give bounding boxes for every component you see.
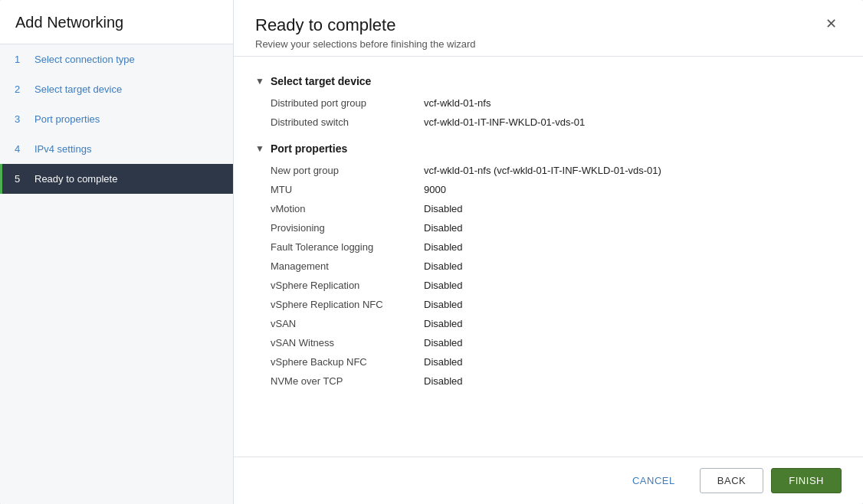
row-value: Disabled: [424, 295, 857, 314]
row-value: Disabled: [424, 314, 857, 333]
finish-button[interactable]: FINISH: [771, 468, 842, 493]
table-row: vMotionDisabled: [271, 199, 857, 218]
row-value: 9000: [424, 180, 857, 199]
row-value: Disabled: [424, 218, 857, 237]
row-value: vcf-wkld-01-nfs: [424, 93, 857, 113]
table-row: vSAN WitnessDisabled: [271, 333, 857, 352]
row-value: vcf-wkld-01-IT-INF-WKLD-01-vds-01: [424, 113, 857, 132]
row-value: Disabled: [424, 276, 857, 295]
row-key: vMotion: [271, 199, 424, 218]
table-row: vSphere Replication NFCDisabled: [271, 295, 857, 314]
row-key: Fault Tolerance logging: [271, 237, 424, 257]
row-key: Distributed switch: [271, 113, 424, 132]
cancel-button[interactable]: CANCEL: [615, 469, 692, 493]
row-key: NVMe over TCP: [271, 371, 424, 391]
section-table-select-target-device: Distributed port groupvcf-wkld-01-nfsDis…: [271, 93, 857, 132]
step-number: 5: [15, 173, 27, 185]
section-header-port-properties[interactable]: ▼Port properties: [255, 142, 842, 155]
close-button[interactable]: ✕: [821, 15, 842, 32]
table-row: Distributed port groupvcf-wkld-01-nfs: [271, 93, 857, 113]
page-subtitle: Review your selections before finishing …: [255, 38, 476, 50]
table-row: NVMe over TCPDisabled: [271, 371, 857, 391]
row-value: Disabled: [424, 199, 857, 218]
main-header: Ready to complete Review your selections…: [234, 0, 863, 57]
table-row: Fault Tolerance loggingDisabled: [271, 237, 857, 257]
table-row: Distributed switchvcf-wkld-01-IT-INF-WKL…: [271, 113, 857, 132]
section-table-port-properties: New port groupvcf-wkld-01-nfs (vcf-wkld-…: [271, 161, 857, 391]
table-row: vSANDisabled: [271, 314, 857, 333]
main-footer: CANCEL BACK FINISH: [234, 457, 863, 504]
sidebar-step-4[interactable]: 4IPv4 settings: [0, 134, 233, 164]
table-row: vSphere ReplicationDisabled: [271, 276, 857, 295]
add-networking-dialog: Add Networking 1Select connection type2S…: [0, 0, 863, 504]
step-number: 2: [15, 83, 27, 95]
table-row: vSphere Backup NFCDisabled: [271, 352, 857, 371]
row-value: Disabled: [424, 333, 857, 352]
chevron-down-icon: ▼: [255, 143, 264, 154]
row-key: Provisioning: [271, 218, 424, 237]
row-value: Disabled: [424, 257, 857, 276]
back-button[interactable]: BACK: [700, 468, 763, 493]
row-key: Distributed port group: [271, 93, 424, 113]
sidebar-step-1[interactable]: 1Select connection type: [0, 44, 233, 74]
sidebar-step-3[interactable]: 3Port properties: [0, 104, 233, 134]
table-row: ProvisioningDisabled: [271, 218, 857, 237]
step-label: Select connection type: [34, 54, 135, 65]
dialog-inner: Add Networking 1Select connection type2S…: [0, 0, 863, 504]
table-row: MTU9000: [271, 180, 857, 199]
sidebar-steps: 1Select connection type2Select target de…: [0, 44, 233, 504]
step-label: Ready to complete: [34, 173, 117, 185]
step-number: 3: [15, 113, 27, 125]
row-value: vcf-wkld-01-nfs (vcf-wkld-01-IT-INF-WKLD…: [424, 161, 857, 180]
row-value: Disabled: [424, 371, 857, 391]
row-key: New port group: [271, 161, 424, 180]
table-row: ManagementDisabled: [271, 257, 857, 276]
section-label: Port properties: [271, 142, 347, 155]
row-key: vSphere Backup NFC: [271, 352, 424, 371]
sidebar-step-2[interactable]: 2Select target device: [0, 74, 233, 104]
section-header-select-target-device[interactable]: ▼Select target device: [255, 75, 842, 87]
row-key: vSAN Witness: [271, 333, 424, 352]
row-key: vSphere Replication NFC: [271, 295, 424, 314]
row-key: vSphere Replication: [271, 276, 424, 295]
row-key: Management: [271, 257, 424, 276]
row-value: Disabled: [424, 352, 857, 371]
step-label: Select target device: [34, 83, 122, 95]
chevron-down-icon: ▼: [255, 76, 264, 87]
row-value: Disabled: [424, 237, 857, 257]
main-body: ▼Select target deviceDistributed port gr…: [234, 57, 863, 457]
sidebar: Add Networking 1Select connection type2S…: [0, 0, 234, 504]
row-key: MTU: [271, 180, 424, 199]
row-key: vSAN: [271, 314, 424, 333]
section-label: Select target device: [271, 75, 372, 87]
sidebar-step-5[interactable]: 5Ready to complete: [0, 164, 233, 194]
table-row: New port groupvcf-wkld-01-nfs (vcf-wkld-…: [271, 161, 857, 180]
step-label: IPv4 settings: [34, 143, 91, 155]
step-number: 1: [15, 54, 27, 65]
step-number: 4: [15, 143, 27, 155]
main-content: Ready to complete Review your selections…: [234, 0, 863, 504]
sidebar-title: Add Networking: [0, 0, 233, 44]
main-header-left: Ready to complete Review your selections…: [255, 15, 476, 50]
page-title: Ready to complete: [255, 15, 476, 35]
step-label: Port properties: [34, 113, 100, 125]
